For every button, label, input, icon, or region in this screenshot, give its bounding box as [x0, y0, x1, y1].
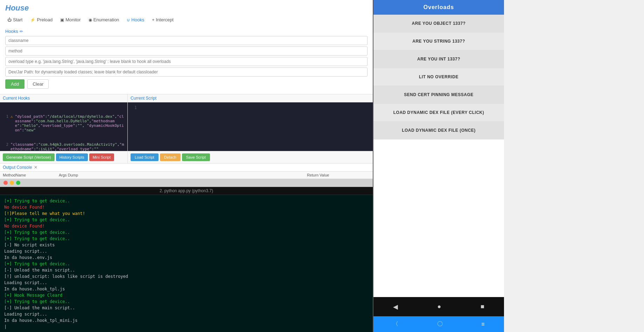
term-line-7: [+] Trying to get device..	[4, 236, 369, 242]
enum-icon: ◉	[89, 17, 92, 22]
recent-nav-button[interactable]: ■	[481, 303, 484, 310]
tab-enumeration[interactable]: ◉ Enumeration	[86, 16, 121, 23]
close-window-dot[interactable]	[4, 181, 8, 185]
term-line-14: Loading script...	[4, 280, 369, 286]
overload-item-3[interactable]: ARE YOU INT 1337?	[373, 50, 504, 68]
tab-intercept[interactable]: + Intercept	[150, 16, 176, 23]
bottom-back-button[interactable]: 〈	[393, 320, 398, 328]
save-script-button[interactable]: Save Script	[182, 153, 210, 161]
tab-monitor[interactable]: ▣ Monitor	[58, 16, 83, 23]
term-cursor-line: |	[4, 324, 369, 330]
hooks-icon: ∪	[127, 17, 130, 22]
args-col-header: Args Dump	[59, 173, 307, 177]
tab-start[interactable]: ⏻ Start	[5, 16, 24, 23]
generate-script-button[interactable]: Generate Script (Verbose)	[3, 153, 55, 161]
tab-monitor-label: Monitor	[65, 17, 80, 22]
term-line-9: Loading script...	[4, 248, 369, 254]
term-line-13: [!] unload_script: looks like script is …	[4, 273, 369, 280]
mini-script-button[interactable]: Mini Script	[89, 153, 114, 161]
term-line-12: [-] Unload the main script..	[4, 267, 369, 273]
right-panel: Overloads ARE YOU OBJECT 1337? ARE YOU S…	[373, 0, 504, 332]
hooks-content-2: "classname":"com.h4@k3.overloads.MainAct…	[10, 142, 125, 151]
current-hooks-label: Current Hooks	[0, 94, 127, 102]
output-console: Output Console ✕ MethodName Args Dump Re…	[0, 163, 373, 179]
overload-input[interactable]	[5, 57, 368, 66]
method-col-header: MethodName	[3, 173, 59, 177]
device-nav-bar: ◀ ● ■	[373, 297, 504, 316]
minimize-window-dot[interactable]	[10, 181, 14, 185]
add-button[interactable]: Add	[5, 79, 24, 89]
start-icon: ⏻	[7, 17, 12, 22]
hooks-editor[interactable]: 1 ⚠ "dyload_path":"/data/local/tmp/dyhel…	[0, 102, 127, 151]
current-script-label: Current Script	[128, 94, 373, 102]
app-title: House	[5, 3, 368, 13]
term-line-10: In da house..env.js	[4, 254, 369, 261]
hooks-section-label: Hooks ✏	[5, 29, 368, 34]
term-line-11: [+] Trying to get device..	[4, 261, 369, 267]
term-line-3: [!]Please tell me what you want!	[4, 210, 369, 217]
warning-icon-1: ⚠	[10, 114, 13, 132]
script-editor[interactable]: 1	[128, 102, 373, 151]
current-script-panel: Current Script 1 Load Script Detach Save…	[128, 94, 373, 163]
line-num-2: 2	[3, 142, 8, 151]
hooks-content-1: "dyload_path":"/data/local/tmp/dyhello.d…	[15, 114, 125, 132]
tab-preload[interactable]: ⚡ Preload	[28, 16, 55, 23]
overload-item-2[interactable]: ARE YOU STRING 1337?	[373, 33, 504, 50]
script-line-numbers: 1	[128, 102, 138, 151]
script-action-buttons: Load Script Detach Save Script	[128, 151, 373, 163]
terminal-wrapper: 2. python app.py (python3.7) [+] Trying …	[0, 179, 373, 332]
output-table-header: MethodName Args Dump Return Value	[0, 171, 373, 179]
tab-enum-label: Enumeration	[93, 17, 119, 22]
current-hooks-panel: Current Hooks 1 ⚠ "dyload_path":"/data/l…	[0, 94, 128, 163]
term-line-19: Loading script...	[4, 311, 369, 317]
editors-section: Current Hooks 1 ⚠ "dyload_path":"/data/l…	[0, 94, 373, 163]
classname-input[interactable]	[5, 36, 368, 45]
load-script-button[interactable]: Load Script	[131, 153, 159, 161]
back-nav-button[interactable]: ◀	[393, 303, 398, 311]
tab-start-label: Start	[13, 17, 22, 22]
hooks-buttons-row: Add Clear	[5, 79, 368, 89]
close-console-icon[interactable]: ✕	[34, 165, 37, 170]
edit-icon[interactable]: ✏	[20, 29, 23, 34]
history-scripts-button[interactable]: History Scripts	[56, 153, 88, 161]
tab-intercept-label: Intercept	[156, 17, 174, 22]
overload-item-1[interactable]: ARE YOU OBJECT 1337?	[373, 15, 504, 33]
clear-button[interactable]: Clear	[27, 79, 49, 89]
term-line-20: In da house..hook_tpl_mini.js	[4, 317, 369, 324]
intercept-icon: +	[152, 17, 154, 22]
overload-item-5[interactable]: SEND CERT PINNING MESSAGE	[373, 86, 504, 104]
return-col-header: Return Value	[307, 173, 370, 177]
method-input[interactable]	[5, 46, 368, 56]
term-line-8: [-] No script exists	[4, 242, 369, 248]
preload-icon: ⚡	[30, 17, 35, 22]
terminal-title: 2. python app.py (python3.7)	[0, 187, 373, 195]
home-nav-button[interactable]: ●	[438, 303, 441, 310]
bottom-home-button[interactable]: 〇	[437, 320, 443, 328]
maximize-window-dot[interactable]	[16, 181, 20, 185]
term-line-16: [+] Hook Message Cleard	[4, 292, 369, 298]
bottom-menu-button[interactable]: ≡	[481, 321, 484, 327]
device-bottom-bar: 〈 〇 ≡	[373, 316, 504, 332]
device-header: Overloads	[373, 0, 504, 15]
monitor-icon: ▣	[60, 17, 64, 22]
dex-input[interactable]	[5, 67, 368, 77]
overload-item-4[interactable]: LIT NO OVERRIDE	[373, 68, 504, 86]
overload-item-6[interactable]: LOAD DYNAMIC DEX FILE (EVERY CLICK)	[373, 104, 504, 122]
tab-preload-label: Preload	[37, 17, 52, 22]
hooks-action-buttons: Generate Script (Verbose) History Script…	[0, 151, 127, 163]
term-line-1: [+] Trying to get device..	[4, 198, 369, 204]
hooks-section: Hooks ✏ Add Clear	[5, 27, 368, 91]
terminal-cursor: |	[4, 324, 7, 329]
term-line-15: In da house..hook_tpl.js	[4, 286, 369, 292]
detach-button[interactable]: Detach	[160, 153, 181, 161]
output-console-label: Output Console ✕	[0, 164, 373, 171]
overload-item-7[interactable]: LOAD DYNAMIC DEX FILE (ONCE)	[373, 122, 504, 139]
tab-hooks[interactable]: ∪ Hooks	[125, 16, 146, 23]
tab-hooks-label: Hooks	[131, 17, 144, 22]
terminal-content[interactable]: [+] Trying to get device.. No device Fou…	[0, 195, 373, 332]
term-line-6: [+] Trying to get device..	[4, 229, 369, 236]
line-num-1: 1	[3, 114, 8, 132]
term-line-18: [-] Unload the main script..	[4, 305, 369, 311]
term-line-5: No device Found!	[4, 223, 369, 229]
term-line-17: [+] Trying to get device..	[4, 298, 369, 305]
